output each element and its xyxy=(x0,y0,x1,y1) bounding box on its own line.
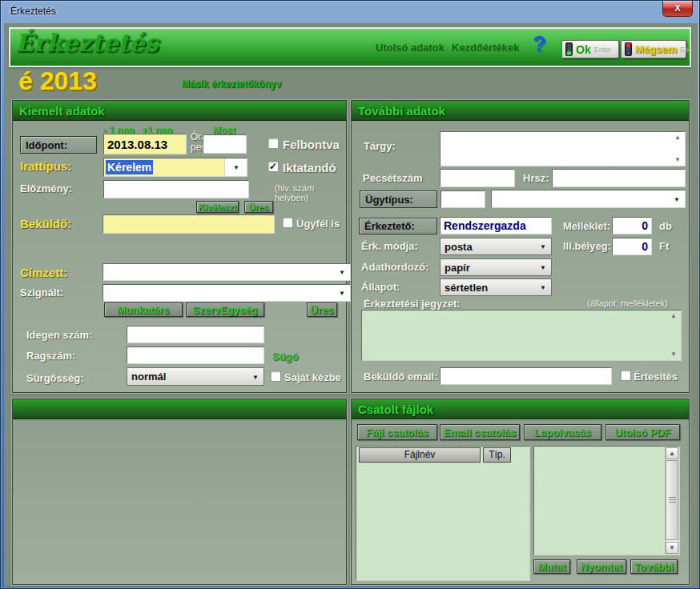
elozmeny-label: Előzmény: xyxy=(20,182,72,194)
erkezteto-input[interactable] xyxy=(440,217,552,234)
ures2-button[interactable]: Üres xyxy=(307,303,337,317)
ok-button-label: Ok xyxy=(576,43,591,56)
chevron-down-icon: ▼ xyxy=(540,284,546,291)
jegyzet-hint: (állapot, mellékletek) xyxy=(587,299,668,308)
bottom-left-panel xyxy=(12,399,347,585)
erk-modja-label: Érk. módja: xyxy=(361,240,418,252)
traffic-light-red-icon xyxy=(625,42,632,56)
file-list-column-fajlnev[interactable]: Fájlnév xyxy=(359,447,481,463)
melleklet-input[interactable] xyxy=(612,217,652,234)
date-input[interactable] xyxy=(103,134,187,154)
erk-modja-selected-value: posta xyxy=(445,241,473,253)
scroll-down-icon[interactable]: ▼ xyxy=(674,155,681,165)
chevron-down-icon: ▼ xyxy=(252,373,259,380)
melleklet-label: Melléklet: xyxy=(563,220,610,232)
hrsz-label: Hrsz: xyxy=(523,172,549,184)
ill-belyeg-input[interactable] xyxy=(612,238,652,255)
adathordozo-selected-value: papír xyxy=(445,262,470,274)
chevron-down-icon: ▼ xyxy=(339,269,345,276)
scroll-up-icon[interactable]: ▲ xyxy=(674,133,681,142)
surgosseg-combo[interactable]: normál ▼ xyxy=(127,367,264,386)
lapolvasas-button[interactable]: Lapolvasás xyxy=(524,424,601,440)
szervegyseg-button[interactable]: SzervEgység xyxy=(186,303,264,317)
ill-belyeg-label: Ill.bélyeg: xyxy=(563,240,611,252)
targy-textarea[interactable]: ▲▼ xyxy=(440,131,686,166)
szignalt-combo[interactable]: ▼ xyxy=(103,284,351,302)
csatolt-panel-title: Csatolt fájlok xyxy=(352,399,689,419)
erk-modja-combo[interactable]: posta ▼ xyxy=(440,238,552,255)
munkatars-button[interactable]: Munkatárs xyxy=(104,303,183,317)
chevron-down-icon: ▼ xyxy=(233,164,239,171)
help-icon[interactable]: ? xyxy=(533,32,546,57)
bottom-left-panel-header xyxy=(13,399,346,419)
last-data-link[interactable]: Utolsó adatok xyxy=(376,42,445,54)
csatolt-panel: Csatolt fájlok Fájl csatolás Email csato… xyxy=(351,399,690,585)
allapot-selected-value: sértetlen xyxy=(445,282,488,294)
bekuldo-email-input[interactable] xyxy=(440,367,612,385)
ertesites-checkbox[interactable] xyxy=(620,370,631,381)
hour-minute-input[interactable] xyxy=(203,134,247,154)
irattipus-selected-value: Kérelem xyxy=(106,160,153,174)
jegyzet-textarea[interactable]: ▲▼ xyxy=(361,310,682,361)
nyomtat-button[interactable]: Nyomtat xyxy=(577,559,626,574)
tovabbi-panel: További adatok Tárgy: ▲▼ Pecsétszám Hrsz… xyxy=(351,100,690,393)
window-title: Érkeztetés xyxy=(10,6,56,17)
irattipus-combo[interactable]: Kérelem ▼ xyxy=(103,158,247,177)
file-list-column-tip[interactable]: Típ. xyxy=(483,447,511,463)
hrsz-input[interactable] xyxy=(552,169,686,187)
preview-scrollbar[interactable]: ▲ ▼ xyxy=(665,447,678,554)
pecsetszam-input[interactable] xyxy=(440,169,515,187)
bekuldo-input[interactable] xyxy=(103,214,275,234)
jegyzet-label: Érkeztetési jegyzet: xyxy=(364,298,461,310)
sajat-kezbe-checkbox[interactable] xyxy=(270,371,281,382)
cancel-button[interactable]: Mégsem Esc xyxy=(621,40,686,58)
file-preview[interactable]: ▲ ▼ xyxy=(533,446,680,555)
ok-button[interactable]: Ok Enter xyxy=(561,40,619,58)
adathordozo-combo[interactable]: papír ▼ xyxy=(440,258,552,276)
felbontva-checkbox[interactable] xyxy=(268,138,279,149)
email-csatolas-button[interactable]: Email csatolás xyxy=(440,424,520,440)
ures-button[interactable]: Üres xyxy=(244,201,273,213)
ugyfel-is-checkbox[interactable] xyxy=(282,217,293,228)
scroll-up-icon[interactable]: ▲ xyxy=(670,311,677,321)
allapot-combo[interactable]: sértetlen ▼ xyxy=(440,278,552,296)
tovabbi-panel-title: További adatok xyxy=(352,101,689,121)
iktatando-checkbox[interactable]: ✓ xyxy=(268,161,279,172)
felbontva-label: Felbontva xyxy=(283,138,340,151)
title-bar[interactable]: Érkeztetés X xyxy=(1,1,699,23)
db-unit-label: db xyxy=(659,220,672,232)
allapot-label: Állapot: xyxy=(361,281,400,293)
irattipus-dropdown-zone[interactable]: ▼ xyxy=(224,158,247,176)
file-list[interactable] xyxy=(356,446,530,581)
ragszam-input[interactable] xyxy=(127,347,264,364)
defaults-link[interactable]: Kezdőértékek xyxy=(452,42,520,54)
traffic-light-green-icon xyxy=(565,42,573,56)
ugytipus-combo[interactable]: ▼ xyxy=(491,190,686,208)
idegen-szam-input[interactable] xyxy=(127,326,264,343)
ugytipus-button[interactable]: Ügytípus: xyxy=(360,190,437,208)
chevron-down-icon: ▼ xyxy=(540,264,546,271)
ugytipus-code-input[interactable] xyxy=(441,190,485,208)
scroll-down-icon[interactable]: ▼ xyxy=(666,542,678,554)
elozmeny-input[interactable] xyxy=(103,180,249,198)
other-book-link[interactable]: Másik érkeztetőkönyv xyxy=(182,78,281,90)
scrollbar-thumb[interactable] xyxy=(666,460,678,540)
fajl-csatolas-button[interactable]: Fájl csatolás xyxy=(357,424,437,440)
kivalaszt-button[interactable]: Kiválaszt xyxy=(196,201,239,213)
ertesites-label: Értesítés xyxy=(634,371,678,383)
scroll-up-icon[interactable]: ▲ xyxy=(666,447,678,459)
ok-button-hint: Enter xyxy=(594,46,612,54)
szignalt-label: Szignált: xyxy=(20,286,63,299)
hiv-szam-hint: (hiv. szám helyben) xyxy=(275,183,346,202)
scroll-down-icon[interactable]: ▼ xyxy=(670,350,677,359)
cancel-button-hint: Esc xyxy=(680,46,692,54)
idopont-button[interactable]: Időpont: xyxy=(20,136,97,154)
tovabbi-button[interactable]: További xyxy=(630,559,678,574)
mutat-button[interactable]: Mutat xyxy=(533,559,570,574)
cimzett-combo[interactable]: ▼ xyxy=(103,263,351,281)
bekuldo-email-label: Beküldő email: xyxy=(364,371,437,383)
erkezteto-button[interactable]: Érkeztető: xyxy=(359,218,437,234)
utolso-pdf-button[interactable]: Utolsó PDF xyxy=(605,424,680,440)
close-button[interactable]: X xyxy=(662,1,693,17)
sugo-link[interactable]: Súgó xyxy=(272,351,299,363)
